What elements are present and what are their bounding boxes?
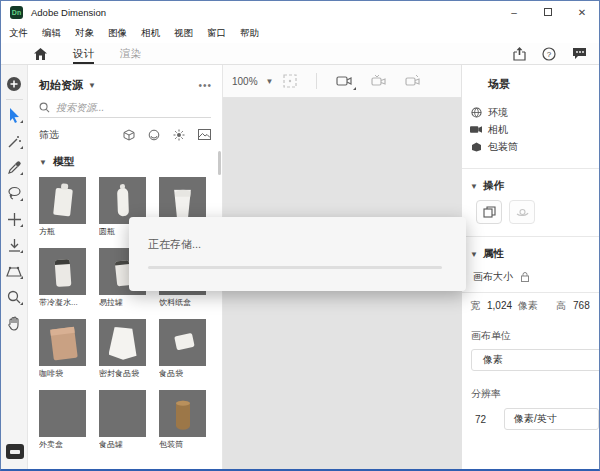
- width-value[interactable]: 1,024: [487, 300, 512, 311]
- canvas-theme-toggle[interactable]: [6, 444, 24, 459]
- canvas-unit-value: 像素: [483, 353, 503, 367]
- menu-image[interactable]: 图像: [108, 27, 127, 40]
- asset-thumbnail: [159, 390, 206, 437]
- menu-help[interactable]: 帮助: [240, 27, 259, 40]
- render-preview-action-button[interactable]: [509, 200, 535, 224]
- asset-model-card[interactable]: 带冷凝水...: [39, 248, 86, 307]
- eyedropper-icon: [7, 160, 22, 175]
- minimize-button[interactable]: –: [497, 1, 531, 23]
- chevron-down-icon[interactable]: ▼: [88, 81, 96, 90]
- properties-section-header[interactable]: ▼ 属性: [470, 247, 599, 261]
- asset-label: 食品罐: [99, 439, 146, 449]
- drop-to-ground-tool[interactable]: [1, 232, 28, 258]
- resolution-unit-select[interactable]: 像素/英寸: [504, 408, 599, 430]
- mode-tab-bar: 设计 渲染 ?: [1, 43, 599, 65]
- svg-text:?: ?: [547, 50, 552, 59]
- image-filter-icon[interactable]: [198, 129, 211, 140]
- asset-thumbnail: [99, 390, 146, 437]
- horizon-icon: [6, 265, 22, 278]
- lasso-tool[interactable]: [1, 180, 28, 206]
- menu-view[interactable]: 视图: [174, 27, 193, 40]
- menu-camera[interactable]: 相机: [141, 27, 160, 40]
- lock-icon[interactable]: [521, 272, 529, 282]
- add-icon: [6, 76, 22, 92]
- canvas-unit-label: 画布单位: [471, 329, 599, 343]
- asset-model-card[interactable]: 咖啡袋: [39, 319, 86, 378]
- asset-label: 食品袋: [159, 368, 206, 378]
- chevron-down-icon: ▼: [470, 250, 478, 259]
- match-image-tool[interactable]: [1, 258, 28, 284]
- asset-label: 包装筒: [159, 439, 206, 449]
- tab-design[interactable]: 设计: [73, 43, 94, 64]
- asset-thumbnail: [99, 319, 146, 366]
- asset-model-card[interactable]: 包装筒: [159, 390, 206, 449]
- zoom-tool[interactable]: [1, 284, 28, 310]
- asset-model-card[interactable]: 食品罐: [99, 390, 146, 449]
- model-filter-icon[interactable]: [123, 129, 135, 141]
- hand-icon: [7, 316, 21, 331]
- asset-thumbnail: [39, 248, 86, 295]
- menu-edit[interactable]: 编辑: [42, 27, 61, 40]
- resize-canvas-icon: [483, 206, 496, 218]
- home-icon[interactable]: [34, 48, 47, 60]
- down-arrow-icon: [8, 238, 21, 253]
- light-filter-icon[interactable]: [173, 129, 185, 141]
- asset-model-card[interactable]: 密封食品袋: [99, 319, 146, 378]
- hand-tool[interactable]: [1, 310, 28, 336]
- magnifier-icon: [7, 290, 21, 304]
- pan-camera-tool[interactable]: [370, 74, 386, 88]
- close-button[interactable]: ✕: [565, 1, 599, 23]
- app-window: Dn Adobe Dimension – ✕ 文件 编辑 对象 图像 相机 视图…: [0, 0, 600, 471]
- width-label: 宽: [470, 299, 480, 313]
- select-tool[interactable]: [1, 102, 28, 128]
- tab-render[interactable]: 渲染: [120, 43, 141, 64]
- saving-progress-bar: [148, 266, 442, 269]
- resolution-unit-value: 像素/英寸: [514, 412, 557, 426]
- share-icon[interactable]: [513, 47, 526, 61]
- maximize-button[interactable]: [531, 1, 565, 23]
- canvas-size-action-button[interactable]: [476, 200, 502, 224]
- title-bar: Dn Adobe Dimension – ✕: [1, 1, 599, 23]
- scene-item-environment[interactable]: 环境: [470, 104, 599, 121]
- zoom-level[interactable]: 100%: [232, 76, 258, 87]
- sampler-tool[interactable]: [1, 154, 28, 180]
- menu-object[interactable]: 对象: [75, 27, 94, 40]
- asset-model-card[interactable]: 食品袋: [159, 319, 206, 378]
- fit-frame-icon[interactable]: [283, 74, 297, 88]
- material-filter-icon[interactable]: [148, 129, 160, 141]
- panel-divider: [462, 168, 599, 169]
- orbit-camera-tool[interactable]: [336, 74, 352, 88]
- search-input[interactable]: [56, 102, 176, 113]
- chevron-down-icon[interactable]: ▼: [39, 158, 47, 167]
- actions-section-header[interactable]: ▼ 操作: [470, 179, 599, 193]
- canvas-unit-select[interactable]: 像素: [471, 349, 600, 371]
- asset-model-card[interactable]: 外卖盒: [39, 390, 86, 449]
- magic-wand-tool[interactable]: [1, 128, 28, 154]
- asset-model-card[interactable]: 方瓶: [39, 177, 86, 236]
- height-label: 高: [556, 299, 566, 313]
- zoom-chevron-icon[interactable]: ▼: [266, 77, 274, 86]
- crosshair-icon: [7, 212, 22, 227]
- height-value[interactable]: 768: [573, 300, 590, 311]
- field-divider: [462, 292, 599, 293]
- scene-item-camera[interactable]: 相机: [470, 121, 599, 138]
- feedback-icon[interactable]: [572, 47, 587, 60]
- add-content-button[interactable]: [1, 71, 28, 97]
- menu-window[interactable]: 窗口: [207, 27, 226, 40]
- chevron-down-icon: ▼: [470, 182, 478, 191]
- menu-file[interactable]: 文件: [9, 27, 28, 40]
- scene-item-model[interactable]: 包装筒: [470, 138, 599, 155]
- scene-panel-title: 场景: [488, 77, 599, 92]
- properties-title: 属性: [483, 247, 504, 261]
- resolution-value[interactable]: 72: [475, 414, 504, 425]
- help-icon[interactable]: ?: [542, 47, 556, 61]
- move-tool[interactable]: [1, 206, 28, 232]
- magic-wand-icon: [7, 134, 22, 149]
- scene-item-label: 包装筒: [488, 140, 518, 154]
- dolly-camera-tool[interactable]: [404, 74, 420, 88]
- asset-label: 外卖盒: [39, 439, 86, 449]
- assets-scrollbar[interactable]: [218, 151, 221, 175]
- panel-menu-button[interactable]: •••: [198, 80, 212, 91]
- right-panel: 场景 环境 相机 包装筒 ▼ 操作: [461, 65, 599, 469]
- canvas-toolbar: 100% ▼: [223, 65, 461, 98]
